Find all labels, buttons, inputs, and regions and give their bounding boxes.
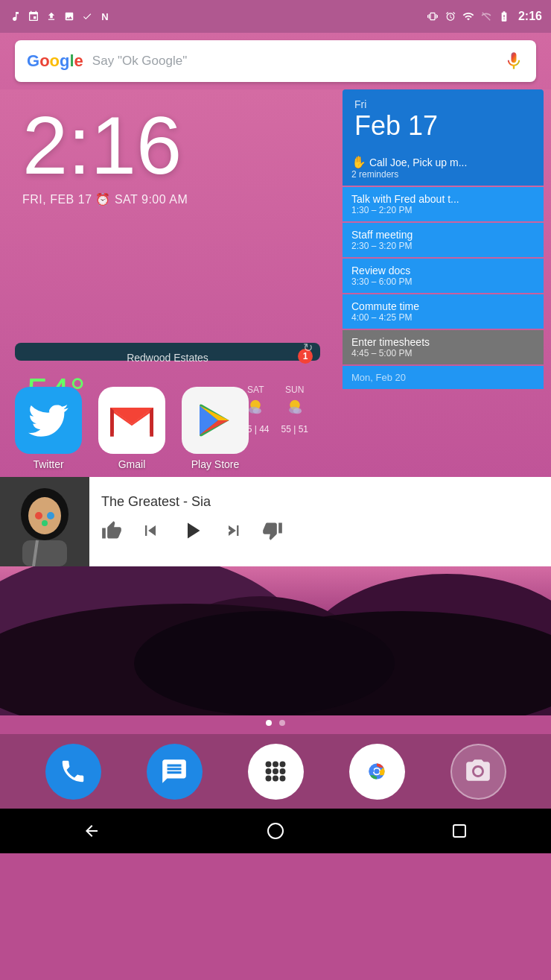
signal-icon <box>480 10 493 23</box>
calendar-event-4[interactable]: Commute time 4:00 – 4:25 PM <box>343 294 544 329</box>
search-bar[interactable]: Google Say "Ok Google" <box>15 40 536 82</box>
calendar-event-0[interactable]: ✋ Call Joe, Pick up m... 2 reminders <box>343 149 544 186</box>
svg-point-28 <box>273 768 278 774</box>
gmail-app[interactable]: Gmail <box>98 387 165 470</box>
svg-point-29 <box>280 768 286 774</box>
svg-point-21 <box>42 520 48 526</box>
recents-button[interactable] <box>445 816 474 846</box>
camera-dock-icon[interactable] <box>450 744 506 800</box>
calendar-icon <box>27 10 40 23</box>
weather-location: Redwood Estates <box>27 352 308 364</box>
play-button[interactable] <box>179 517 206 550</box>
twitter-icon <box>15 387 82 454</box>
thumbs-up-button[interactable] <box>101 520 122 546</box>
task-icon <box>80 10 94 23</box>
thumbs-down-button[interactable] <box>262 520 283 546</box>
hills-background <box>0 566 551 715</box>
twitter-label: Twitter <box>33 458 63 470</box>
image-icon <box>63 10 76 23</box>
back-button[interactable] <box>77 816 106 846</box>
weather-widget: Redwood Estates 54° 56 | 48 Feels 54° <box>15 343 320 361</box>
clock-date: FRI, FEB 17 ⏰ SAT 9:00 AM <box>22 192 188 206</box>
svg-point-25 <box>273 762 278 768</box>
svg-point-9 <box>253 408 261 414</box>
svg-point-36 <box>268 823 283 838</box>
calendar-event-1[interactable]: Talk with Fred about t... 1:30 – 2:20 PM <box>343 187 544 221</box>
status-icons-right: 2:16 <box>426 10 542 23</box>
svg-rect-37 <box>453 825 465 837</box>
svg-point-31 <box>273 776 278 782</box>
calendar-header: Fri Feb 17 <box>343 89 544 149</box>
svg-point-26 <box>280 762 286 768</box>
svg-point-20 <box>47 512 54 519</box>
status-icons-left: N <box>9 10 112 23</box>
gmail-label: Gmail <box>118 458 146 470</box>
status-bar: N 2:16 <box>0 0 551 33</box>
svg-point-27 <box>266 768 272 774</box>
svg-point-35 <box>375 769 380 774</box>
music-player: The Greatest - Sia <box>0 477 551 566</box>
chrome-dock-icon[interactable] <box>349 744 405 800</box>
upload-icon <box>45 10 58 23</box>
svg-rect-22 <box>22 540 67 566</box>
battery-icon <box>497 10 511 23</box>
calendar-next-month: Mon, Feb 20 <box>343 366 544 389</box>
svg-rect-15 <box>150 408 153 437</box>
twitter-app[interactable]: Twitter <box>15 387 82 470</box>
messages-dock-icon[interactable] <box>147 744 203 800</box>
playstore-icon <box>182 387 249 454</box>
skip-back-button[interactable] <box>140 520 161 546</box>
svg-point-24 <box>266 762 272 768</box>
microphone-icon[interactable] <box>503 51 524 72</box>
status-time: 2:16 <box>518 10 542 23</box>
playstore-app[interactable]: Play Store <box>182 387 249 470</box>
music-title: The Greatest - Sia <box>101 494 539 510</box>
calendar-date: Feb 17 <box>354 110 532 142</box>
weather-refresh-icon[interactable]: ↻ <box>303 341 313 355</box>
clock-widget: 2:16 FRI, FEB 17 ⏰ SAT 9:00 AM <box>22 104 188 206</box>
calendar-event-3[interactable]: Review docs 3:30 – 6:00 PM <box>343 259 544 293</box>
svg-point-12 <box>293 408 302 414</box>
forecast-sun: SUN 55 | 51 <box>281 385 308 434</box>
page-dot-2[interactable] <box>279 720 285 726</box>
vibrate-icon <box>426 10 439 23</box>
calendar-day: Fri <box>354 98 532 110</box>
music-info: The Greatest - Sia <box>89 494 551 550</box>
apps-dock-icon[interactable] <box>248 744 304 800</box>
clock-time: 2:16 <box>22 104 188 186</box>
alarm-icon <box>444 10 457 23</box>
svg-point-30 <box>266 776 272 782</box>
n-notification-icon: N <box>98 10 112 23</box>
music-controls <box>101 517 539 550</box>
search-placeholder: Say "Ok Google" <box>92 54 503 69</box>
album-art <box>0 477 89 566</box>
phone-dock-icon[interactable] <box>45 744 101 800</box>
svg-point-19 <box>35 512 42 519</box>
page-dot-1[interactable] <box>266 720 272 726</box>
page-indicator <box>0 712 551 734</box>
calendar-widget[interactable]: Fri Feb 17 ✋ Call Joe, Pick up m... 2 re… <box>343 89 544 389</box>
navigation-bar <box>0 809 551 853</box>
svg-rect-14 <box>110 408 114 437</box>
app-dock <box>0 734 551 809</box>
calendar-event-5[interactable]: Enter timesheets 4:45 – 5:00 PM <box>343 330 544 364</box>
calendar-event-2[interactable]: Staff meeting 2:30 – 3:20 PM <box>343 223 544 257</box>
skip-forward-button[interactable] <box>223 520 244 546</box>
home-button[interactable] <box>261 816 290 846</box>
wifi-icon <box>462 10 475 23</box>
svg-point-18 <box>28 497 61 534</box>
music-note-icon <box>9 10 22 23</box>
weather-forecast: SAT 55 | 44 SUN <box>242 385 308 434</box>
hill-dark-center <box>134 611 395 715</box>
gmail-icon <box>98 387 165 454</box>
playstore-label: Play Store <box>191 458 240 470</box>
svg-point-32 <box>280 776 286 782</box>
google-logo: Google <box>27 51 83 71</box>
